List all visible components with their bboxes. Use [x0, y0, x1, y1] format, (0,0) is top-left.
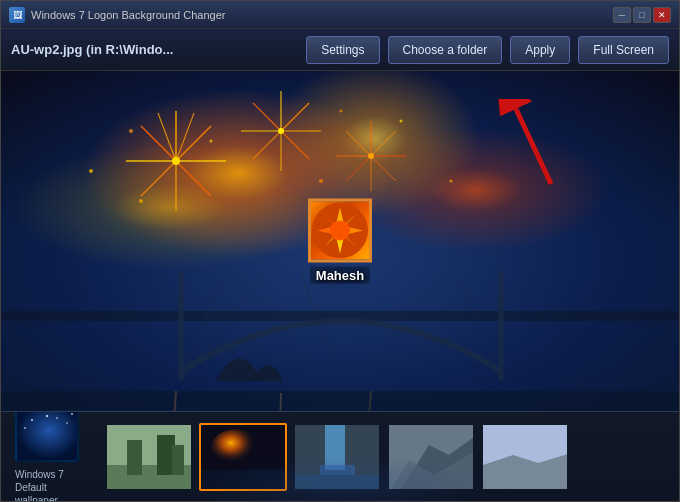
window-controls: ─ □ ✕ — [613, 7, 671, 23]
full-screen-button[interactable]: Full Screen — [578, 36, 669, 64]
svg-line-18 — [253, 103, 281, 131]
thumbnail-trees[interactable] — [105, 423, 193, 491]
svg-point-31 — [319, 179, 323, 183]
svg-point-28 — [368, 153, 374, 159]
thumb-default-label: Windows 7Defaultwallpaper — [15, 468, 64, 501]
svg-point-59 — [24, 427, 26, 429]
user-avatar-svg — [312, 203, 368, 259]
svg-rect-55 — [17, 411, 79, 462]
svg-point-34 — [450, 180, 453, 183]
svg-line-21 — [371, 131, 396, 156]
wallpaper-preview: Mahesh — [1, 71, 679, 411]
svg-rect-64 — [127, 440, 142, 475]
minimize-button[interactable]: ─ — [613, 7, 631, 23]
svg-point-52 — [330, 221, 350, 241]
choose-folder-button[interactable]: Choose a folder — [388, 36, 503, 64]
main-content: Mahesh — [1, 71, 679, 501]
maximize-button[interactable]: □ — [633, 7, 651, 23]
svg-line-27 — [346, 131, 371, 156]
svg-point-58 — [66, 422, 68, 424]
app-icon: 🖼 — [9, 7, 25, 23]
username-label: Mahesh — [310, 267, 370, 284]
svg-line-42 — [301, 273, 341, 381]
svg-rect-44 — [1, 391, 679, 411]
svg-line-7 — [141, 126, 176, 161]
svg-rect-71 — [325, 425, 345, 470]
svg-point-36 — [340, 110, 343, 113]
thumb-waterfall-preview — [293, 423, 381, 491]
svg-point-61 — [56, 417, 58, 419]
toolbar: AU-wp2.jpg (in R:\Windo... Settings Choo… — [1, 29, 679, 71]
svg-line-14 — [281, 131, 309, 159]
window-title: Windows 7 Logon Background Changer — [31, 9, 613, 21]
svg-line-3 — [176, 161, 211, 196]
thumb-rocks-preview — [387, 423, 475, 491]
svg-point-32 — [400, 120, 403, 123]
apply-button[interactable]: Apply — [510, 36, 570, 64]
svg-point-30 — [210, 140, 213, 143]
svg-rect-69 — [201, 470, 287, 491]
thumbnail-fireworks[interactable] — [199, 423, 287, 491]
thumbnail-rocks[interactable] — [387, 423, 475, 491]
svg-point-19 — [278, 128, 284, 134]
svg-point-57 — [46, 415, 48, 417]
svg-point-56 — [31, 419, 33, 421]
svg-point-68 — [211, 429, 261, 469]
svg-line-12 — [281, 103, 309, 131]
svg-line-8 — [176, 113, 194, 161]
svg-line-16 — [253, 131, 281, 159]
thumbnail-coastal[interactable] — [481, 423, 569, 491]
thumb-trees-preview — [105, 423, 193, 491]
user-avatar-frame — [308, 199, 372, 263]
close-button[interactable]: ✕ — [653, 7, 671, 23]
svg-point-10 — [172, 157, 180, 165]
main-window: 🖼 Windows 7 Logon Background Changer ─ □… — [0, 0, 680, 502]
svg-line-40 — [181, 281, 221, 381]
svg-line-1 — [176, 126, 211, 161]
thumbnail-waterfall[interactable] — [293, 423, 381, 491]
svg-line-25 — [346, 156, 371, 181]
thumb-default-preview — [15, 411, 79, 462]
user-icon-overlay: Mahesh — [308, 199, 372, 284]
thumb-fireworks-preview — [199, 423, 287, 491]
svg-line-23 — [371, 156, 396, 181]
svg-rect-66 — [172, 445, 184, 475]
settings-button[interactable]: Settings — [306, 36, 379, 64]
svg-point-29 — [139, 199, 143, 203]
filename-label: AU-wp2.jpg (in R:\Windo... — [11, 42, 298, 57]
svg-rect-73 — [295, 475, 381, 491]
thumb-coastal-preview — [481, 423, 569, 491]
thumbnail-strip: Windows 7Defaultwallpaper — [1, 411, 679, 501]
svg-point-33 — [129, 129, 133, 133]
svg-line-5 — [141, 161, 176, 196]
svg-line-9 — [158, 113, 176, 161]
svg-line-43 — [461, 281, 501, 381]
thumbnail-default[interactable]: Windows 7Defaultwallpaper — [11, 411, 99, 501]
svg-point-35 — [89, 169, 93, 173]
title-bar: 🖼 Windows 7 Logon Background Changer ─ □… — [1, 1, 679, 29]
svg-point-60 — [71, 413, 73, 415]
